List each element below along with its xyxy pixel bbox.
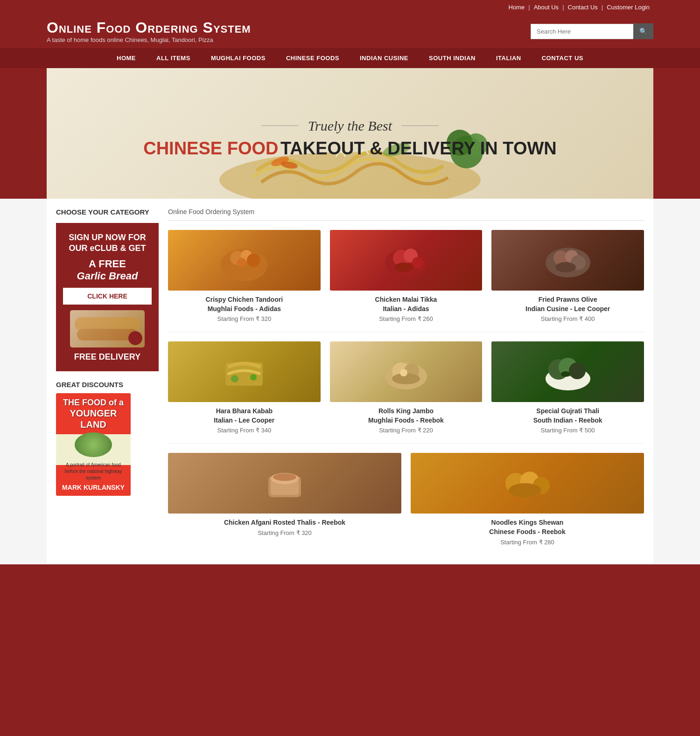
banner-red-text: CHINESE FOOD — [143, 139, 278, 158]
svg-point-33 — [569, 362, 586, 379]
food-name-5: Rolls King JamboMughlai Foods - Reebok — [330, 407, 483, 425]
sep3: | — [602, 4, 603, 11]
banner-line1: Truely the Best — [308, 118, 392, 134]
nav-home[interactable]: HOME — [106, 48, 146, 68]
food-image-6 — [491, 341, 644, 402]
eclub-click-button[interactable]: CLICK HERE — [63, 288, 152, 305]
food-image-1 — [168, 230, 321, 291]
svg-point-29 — [400, 369, 407, 376]
food-item-6[interactable]: Special Gujrati ThaliSouth Indian - Reeb… — [491, 341, 644, 434]
search-button[interactable]: 🔍 — [633, 23, 653, 39]
topbar-login[interactable]: Customer Login — [607, 4, 650, 11]
food-name-4: Hara Bhara KababItalian - Lee Cooper — [168, 407, 321, 425]
svg-point-42 — [509, 483, 541, 497]
food-image-2 — [330, 230, 483, 291]
svg-point-38 — [273, 473, 296, 481]
svg-point-34 — [561, 371, 570, 377]
food-price-2: Starting From ₹ 260 — [330, 315, 483, 322]
svg-point-15 — [412, 257, 423, 268]
nav-italian[interactable]: ITALIAN — [486, 48, 532, 68]
content-wrapper: CHOOSE YOUR CATEGORY SIGN UP NOW FOR OUR… — [47, 199, 653, 564]
eclub-banner: SIGN UP NOW FOR OUR eCLUB & GET A FREE G… — [56, 223, 159, 371]
main-nav: HOME ALL ITEMS MUGHLAI FOODS CHINESE FOO… — [0, 48, 700, 68]
food-row-3: Chicken Afgani Rosted Thalis - Reebok St… — [168, 453, 644, 545]
food-price-5: Starting From ₹ 220 — [330, 427, 483, 434]
topbar-home[interactable]: Home — [509, 4, 525, 11]
banner-line2: CHINESE FOOD TAKEOUT & DELIVERY IN TOWN — [143, 139, 557, 159]
topbar-contact[interactable]: Contact Us — [568, 4, 598, 11]
svg-point-23 — [231, 375, 238, 382]
food-price-4: Starting From ₹ 340 — [168, 427, 321, 434]
food-item-1[interactable]: Crispy Chichen TandooriMughlai Foods - A… — [168, 230, 321, 322]
banner: Truely the Best CHINESE FOOD TAKEOUT & D… — [47, 68, 653, 199]
food-image-4 — [168, 341, 321, 402]
food-name-1: Crispy Chichen TandooriMughlai Foods - A… — [168, 295, 321, 313]
book-advertisement: THE FOOD of a YOUNGER LAND A portrait of… — [56, 393, 131, 496]
eclub-offer: A FREE — [63, 258, 152, 270]
eclub-item: Garlic Bread — [63, 270, 152, 282]
site-title: Online Food Ordering System — [47, 19, 251, 36]
food-price-3: Starting From ₹ 400 — [491, 315, 644, 322]
food-item-5[interactable]: Rolls King JamboMughlai Foods - Reebok S… — [330, 341, 483, 434]
food-image-8 — [411, 453, 644, 514]
food-name-8: Noodles Kings ShewanChinese Foods - Reeb… — [411, 518, 644, 536]
nav-all-items[interactable]: ALL ITEMS — [146, 48, 201, 68]
book-description: A portrait of American food before the n… — [61, 459, 126, 484]
category-title: CHOOSE YOUR CATEGORY — [56, 208, 159, 216]
svg-point-11 — [237, 258, 246, 267]
banner-container: Truely the Best CHINESE FOOD TAKEOUT & D… — [0, 68, 700, 199]
food-item-8[interactable]: Noodles Kings ShewanChinese Foods - Reeb… — [411, 453, 644, 545]
site-subtitle: A taste of home foods online Chinees, Mu… — [47, 36, 251, 43]
book-title-top: THE FOOD of a — [63, 398, 124, 408]
food-name-3: Fried Prawns OliveIndian Cusine - Lee Co… — [491, 295, 644, 313]
free-delivery-text: FREE DELIVERY — [63, 352, 152, 362]
banner-dark-text: TAKEOUT & DELIVERY IN TOWN — [280, 139, 557, 158]
food-price-7: Starting From ₹ 320 — [168, 529, 401, 536]
food-item-3[interactable]: Fried Prawns OliveIndian Cusine - Lee Co… — [491, 230, 644, 322]
nav-mughlai[interactable]: MUGHLAI FOODS — [201, 48, 276, 68]
svg-point-24 — [250, 374, 257, 381]
food-name-7: Chicken Afgani Rosted Thalis - Reebok — [168, 518, 401, 528]
sidebar: CHOOSE YOUR CATEGORY SIGN UP NOW FOR OUR… — [56, 208, 159, 555]
search-bar: 🔍 — [531, 23, 653, 39]
main-content: CHOOSE YOUR CATEGORY SIGN UP NOW FOR OUR… — [0, 199, 700, 564]
food-section: Online Food Ordering System Crispy Chich… — [168, 208, 644, 555]
food-item-7[interactable]: Chicken Afgani Rosted Thalis - Reebok St… — [168, 453, 401, 545]
book-author: MARK KURLANSKY — [62, 484, 125, 491]
sep2: | — [562, 4, 564, 11]
food-price-6: Starting From ₹ 500 — [491, 427, 644, 434]
food-image-5 — [330, 341, 483, 402]
header: Online Food Ordering System A taste of h… — [0, 14, 700, 48]
nav-indian[interactable]: INDIAN CUSINE — [350, 48, 419, 68]
food-image-3 — [491, 230, 644, 291]
great-discounts-title: GREAT DISCOUNTS — [56, 381, 159, 389]
svg-point-10 — [247, 254, 260, 267]
topbar-about[interactable]: About Us — [534, 4, 559, 11]
eclub-signup-text: SIGN UP NOW FOR OUR eCLUB & GET — [63, 232, 152, 254]
sep1: | — [528, 4, 530, 11]
food-price-1: Starting From ₹ 320 — [168, 315, 321, 322]
food-row-2: Hara Bhara KababItalian - Lee Cooper Sta… — [168, 341, 644, 444]
food-item-2[interactable]: Chicken Malai TikkaItalian - Adidas Star… — [330, 230, 483, 322]
food-price-8: Starting From ₹ 280 — [411, 539, 644, 546]
food-section-title: Online Food Ordering System — [168, 208, 644, 221]
svg-point-21 — [555, 262, 576, 272]
food-name-6: Special Gujrati ThaliSouth Indian - Reeb… — [491, 407, 644, 425]
food-item-4[interactable]: Hara Bhara KababItalian - Lee Cooper Sta… — [168, 341, 321, 434]
food-name-2: Chicken Malai TikkaItalian - Adidas — [330, 295, 483, 313]
search-input[interactable] — [531, 24, 633, 39]
nav-chinese[interactable]: CHINESE FOODS — [276, 48, 350, 68]
garlic-bread-image — [70, 310, 145, 347]
book-title-main: YOUNGER LAND — [61, 408, 126, 430]
nav-contact[interactable]: CONTACT US — [532, 48, 594, 68]
food-row-1: Crispy Chichen TandooriMughlai Foods - A… — [168, 230, 644, 332]
food-image-7 — [168, 453, 401, 514]
svg-point-16 — [394, 263, 413, 272]
logo: Online Food Ordering System A taste of h… — [47, 19, 251, 43]
book-illustration — [75, 432, 112, 457]
top-bar: Home | About Us | Contact Us | Customer … — [0, 0, 700, 14]
nav-south-indian[interactable]: SOUTH INDIAN — [419, 48, 486, 68]
